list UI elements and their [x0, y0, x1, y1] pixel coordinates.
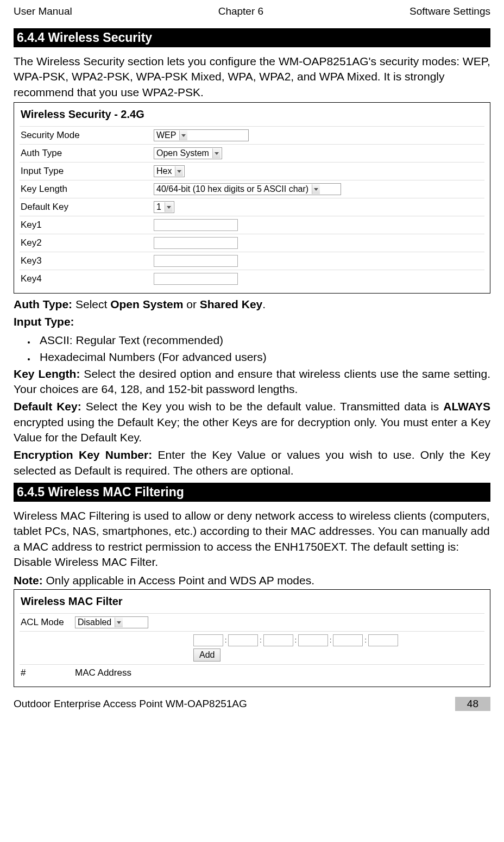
col-mac-address: MAC Address: [75, 668, 131, 678]
row-key1: Key1: [20, 216, 484, 234]
label-input-type: Input Type: [21, 166, 154, 177]
input-key3[interactable]: [154, 255, 238, 267]
note-mac-filtering: Note: Only applicable in Access Point an…: [14, 574, 490, 587]
mac-octet-3[interactable]: [263, 634, 293, 646]
row-add-mac: : : : : : Add: [20, 631, 484, 664]
input-key4[interactable]: [154, 273, 238, 285]
desc-key-length: Key Length: Select the desired option an…: [14, 366, 490, 397]
desc-encryption-key-number: Encryption Key Number: Enter the Key Val…: [14, 447, 490, 478]
label-key2: Key2: [21, 238, 154, 248]
row-key4: Key4: [20, 270, 484, 288]
label-key1: Key1: [21, 220, 154, 230]
row-key3: Key3: [20, 252, 484, 270]
panel-title-mac: Wireless MAC Filter: [21, 595, 484, 608]
wireless-security-panel: Wireless Security - 2.4G Security Mode W…: [14, 102, 490, 294]
page-header: User Manual Chapter 6 Software Settings: [14, 5, 490, 17]
row-acl-mode: ACL Mode Disabled: [20, 613, 484, 631]
col-hash: #: [21, 668, 75, 678]
chevron-down-icon: [175, 166, 183, 176]
input-type-bullets: ASCII: Regular Text (recommended) Hexade…: [35, 332, 490, 365]
select-auth-type[interactable]: Open System: [154, 147, 222, 159]
desc-default-key: Default Key: Select the Key you wish to …: [14, 399, 490, 445]
label-default-key: Default Key: [21, 202, 154, 213]
page-footer: Outdoor Enterprise Access Point WM-OAP82…: [14, 697, 490, 711]
mac-address-input-group: : : : : :: [193, 634, 483, 646]
intro-mac-filtering: Wireless MAC Filtering is used to allow …: [14, 508, 490, 570]
chevron-down-icon: [179, 130, 187, 140]
row-mac-table-header: # MAC Address: [20, 664, 484, 681]
row-key-length: Key Length 40/64-bit (10 hex digits or 5…: [20, 180, 484, 198]
row-input-type: Input Type Hex: [20, 162, 484, 180]
section-heading-mac-filtering: 6.4.5 Wireless MAC Filtering: [14, 483, 490, 502]
mac-octet-6[interactable]: [368, 634, 398, 646]
label-acl-mode: ACL Mode: [21, 618, 75, 628]
label-key4: Key4: [21, 273, 154, 284]
mac-filter-panel: Wireless MAC Filter ACL Mode Disabled : …: [14, 589, 490, 687]
footer-left: Outdoor Enterprise Access Point WM-OAP82…: [14, 698, 247, 710]
input-key1[interactable]: [154, 219, 238, 231]
mac-octet-5[interactable]: [333, 634, 363, 646]
desc-auth-type: Auth Type: Select Open System or Shared …: [14, 297, 490, 312]
header-center: Chapter 6: [218, 5, 263, 17]
mac-octet-4[interactable]: [298, 634, 328, 646]
label-security-mode: Security Mode: [21, 130, 154, 141]
add-button[interactable]: Add: [193, 648, 220, 662]
select-acl-mode[interactable]: Disabled: [75, 616, 148, 628]
chevron-down-icon: [312, 184, 320, 194]
chevron-down-icon: [115, 618, 123, 627]
row-key2: Key2: [20, 234, 484, 252]
mac-octet-1[interactable]: [193, 634, 223, 646]
bullet-hex: Hexadecimal Numbers (For advanced users): [35, 349, 490, 365]
select-security-mode[interactable]: WEP: [154, 129, 249, 141]
header-right: Software Settings: [410, 5, 490, 17]
bullet-ascii: ASCII: Regular Text (recommended): [35, 332, 490, 348]
select-input-type[interactable]: Hex: [154, 165, 185, 177]
row-auth-type: Auth Type Open System: [20, 144, 484, 162]
label-key3: Key3: [21, 255, 154, 266]
section-heading-wireless-security: 6.4.4 Wireless Security: [14, 28, 490, 47]
label-key-length: Key Length: [21, 184, 154, 195]
label-auth-type: Auth Type: [21, 148, 154, 159]
row-default-key: Default Key 1: [20, 198, 484, 216]
input-key2[interactable]: [154, 237, 238, 249]
row-security-mode: Security Mode WEP: [20, 126, 484, 144]
select-default-key[interactable]: 1: [154, 201, 174, 213]
desc-input-type-label: Input Type:: [14, 314, 490, 329]
select-key-length[interactable]: 40/64-bit (10 hex digits or 5 ASCII char…: [154, 183, 341, 195]
header-left: User Manual: [14, 5, 72, 17]
mac-octet-2[interactable]: [228, 634, 258, 646]
chevron-down-icon: [212, 148, 220, 158]
intro-wireless-security: The Wireless Security section lets you c…: [14, 54, 490, 100]
panel-title: Wireless Security - 2.4G: [21, 108, 484, 121]
chevron-down-icon: [165, 202, 173, 212]
page-number: 48: [455, 697, 490, 711]
